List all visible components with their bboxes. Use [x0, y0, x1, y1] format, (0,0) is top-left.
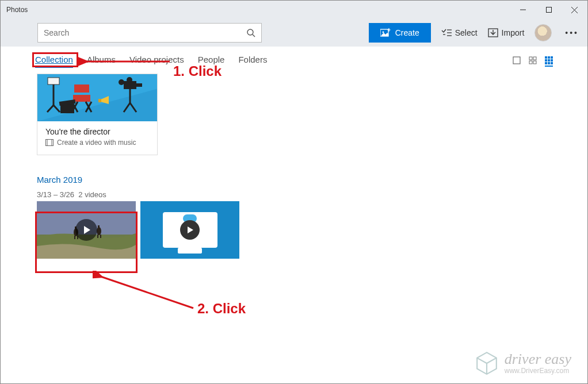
close-button[interactable] — [562, 1, 587, 19]
window-title: Photos — [6, 6, 28, 14]
svg-point-44 — [127, 77, 132, 83]
svg-rect-63 — [100, 235, 101, 238]
more-button[interactable]: ••• — [562, 28, 582, 37]
play-icon — [75, 219, 97, 241]
svg-rect-21 — [545, 56, 547, 59]
svg-rect-33 — [74, 85, 89, 93]
create-icon — [380, 28, 391, 37]
date-group: March 2019 3/13 – 3/26 2 videos — [37, 175, 587, 259]
view-grid2-icon[interactable] — [529, 56, 537, 67]
content-area: Collection Albums Video projects People … — [1, 47, 587, 383]
video-thumb-2[interactable] — [140, 201, 239, 259]
select-icon — [441, 29, 452, 37]
create-label: Create — [395, 28, 419, 37]
search-box[interactable] — [37, 23, 262, 43]
monitor-icon — [163, 212, 217, 248]
svg-rect-27 — [545, 62, 547, 64]
tabs-row: Collection Albums Video projects People … — [1, 47, 587, 71]
director-card-title: You're the director — [45, 127, 149, 136]
svg-rect-16 — [513, 57, 520, 64]
svg-rect-18 — [533, 57, 536, 60]
search-icon — [246, 28, 255, 37]
view-mode-buttons — [513, 56, 553, 67]
import-button[interactable]: Import — [488, 28, 525, 37]
svg-rect-1 — [546, 7, 551, 13]
watermark-brand: driver easy — [505, 352, 571, 367]
svg-rect-23 — [551, 56, 553, 59]
svg-rect-20 — [533, 61, 536, 64]
search-input[interactable] — [44, 28, 246, 37]
director-card[interactable]: You're the director Create a video with … — [37, 74, 158, 155]
svg-rect-58 — [74, 236, 75, 239]
view-single-icon[interactable] — [513, 56, 521, 67]
video-icon — [45, 139, 54, 146]
svg-rect-17 — [529, 57, 532, 60]
minimize-button[interactable] — [510, 1, 536, 19]
tab-albums[interactable]: Albums — [87, 55, 116, 68]
svg-rect-28 — [548, 62, 550, 64]
svg-point-4 — [247, 29, 253, 35]
svg-rect-38 — [48, 78, 59, 85]
titlebar: Photos — [1, 1, 587, 19]
select-label: Select — [455, 28, 478, 37]
select-button[interactable]: Select — [441, 28, 478, 37]
svg-rect-22 — [548, 56, 550, 59]
user-avatar[interactable] — [534, 24, 552, 41]
app-window: Photos Create — [0, 0, 588, 384]
watermark-url: www.DriverEasy.com — [505, 367, 571, 375]
svg-rect-62 — [97, 235, 98, 238]
annotation-text-2: 2. Click — [197, 301, 246, 317]
nav-tabs: Collection Albums Video projects People … — [35, 55, 267, 68]
video-thumb-1[interactable] — [37, 201, 136, 259]
svg-rect-26 — [551, 59, 553, 62]
toolbar: Create Select Import ••• — [1, 19, 587, 47]
tab-collection[interactable]: Collection — [35, 55, 73, 68]
director-card-subtitle: Create a video with music — [57, 139, 136, 147]
svg-line-5 — [253, 34, 255, 37]
watermark-logo-icon — [475, 351, 499, 375]
tab-people[interactable]: People — [198, 55, 225, 68]
director-card-image — [37, 74, 157, 121]
import-icon — [488, 28, 498, 37]
view-grid3-icon[interactable] — [545, 56, 553, 67]
svg-rect-50 — [98, 99, 101, 102]
window-controls — [510, 1, 587, 19]
create-button[interactable]: Create — [369, 23, 431, 43]
svg-rect-45 — [136, 83, 142, 87]
thumbnail-row — [37, 201, 587, 259]
date-group-title[interactable]: March 2019 — [37, 175, 587, 185]
svg-rect-51 — [60, 104, 74, 113]
import-label: Import — [502, 28, 525, 37]
svg-rect-24 — [545, 59, 547, 62]
svg-rect-32 — [73, 95, 90, 102]
svg-rect-29 — [551, 62, 553, 64]
tab-folders[interactable]: Folders — [238, 55, 267, 68]
tab-video-projects[interactable]: Video projects — [129, 55, 184, 68]
svg-rect-25 — [548, 59, 550, 62]
svg-rect-19 — [529, 61, 532, 64]
date-group-subtitle: 3/13 – 3/26 2 videos — [37, 190, 587, 199]
svg-rect-53 — [46, 140, 54, 146]
annotation-arrow-2 — [93, 271, 202, 314]
watermark: driver easy www.DriverEasy.com — [475, 351, 571, 375]
maximize-button[interactable] — [536, 1, 562, 19]
svg-rect-61 — [98, 225, 100, 230]
svg-line-67 — [101, 277, 193, 308]
svg-point-7 — [382, 32, 384, 33]
svg-point-43 — [119, 79, 124, 85]
illustration-icon — [37, 74, 157, 121]
